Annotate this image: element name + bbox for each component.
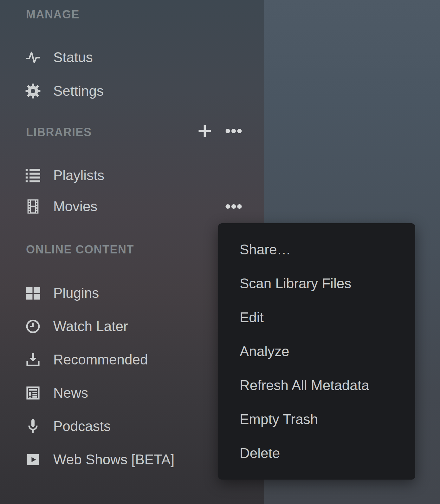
activity-icon [25,49,41,66]
sidebar-item-movies[interactable]: Movies [25,196,97,217]
sidebar-item-label: Settings [53,81,104,101]
menu-item-analyze[interactable]: Analyze [218,335,415,369]
more-dots-icon [224,198,243,215]
sidebar-item-news[interactable]: News [25,383,88,403]
menu-item-scan-library-files[interactable]: Scan Library Files [218,267,415,301]
sidebar-item-web-shows[interactable]: Web Shows [BETA] [25,449,174,470]
sidebar-item-settings[interactable]: Settings [25,81,104,101]
sidebar-item-podcasts[interactable]: Podcasts [25,416,111,436]
play-square-icon [25,451,41,468]
sidebar-item-label: Podcasts [53,416,111,436]
download-icon [25,351,41,368]
film-icon [25,198,41,215]
menu-item-share[interactable]: Share… [218,233,415,267]
library-context-menu: Share… Scan Library Files Edit Analyze R… [218,223,415,480]
menu-item-empty-trash[interactable]: Empty Trash [218,402,415,436]
menu-item-refresh-all-metadata[interactable]: Refresh All Metadata [218,368,415,402]
sidebar-item-label: Movies [53,196,97,217]
news-icon [25,385,41,401]
plugins-icon [25,285,41,301]
sidebar-item-label: Recommended [53,350,148,370]
libraries-more-button[interactable] [224,123,243,139]
sidebar-item-recommended[interactable]: Recommended [25,350,148,370]
sidebar-item-plugins[interactable]: Plugins [25,283,99,303]
section-header-libraries: LIBRARIES [26,125,92,139]
plus-icon [197,123,213,139]
sidebar-item-playlists[interactable]: Playlists [25,165,104,186]
add-library-button[interactable] [197,123,213,139]
sidebar-item-label: Watch Later [53,316,128,337]
sidebar-item-status[interactable]: Status [25,47,93,68]
section-header-online-content: ONLINE CONTENT [26,243,134,257]
sidebar-item-label: Playlists [53,165,104,186]
screen: MANAGE Status Settings LIBRARIES [0,0,440,504]
sidebar-item-label: News [53,383,88,403]
microphone-icon [25,418,41,435]
more-dots-icon [224,123,243,139]
gear-icon [25,83,41,99]
sidebar-item-label: Web Shows [BETA] [53,449,174,470]
sidebar-item-label: Plugins [53,283,99,303]
playlist-icon [25,167,41,184]
clock-icon [25,318,41,335]
section-header-manage: MANAGE [26,8,80,22]
movies-more-button[interactable] [224,198,243,215]
sidebar-item-label: Status [53,47,93,68]
menu-item-edit[interactable]: Edit [218,301,415,335]
sidebar-item-watch-later[interactable]: Watch Later [25,316,128,337]
menu-item-delete[interactable]: Delete [218,436,415,470]
